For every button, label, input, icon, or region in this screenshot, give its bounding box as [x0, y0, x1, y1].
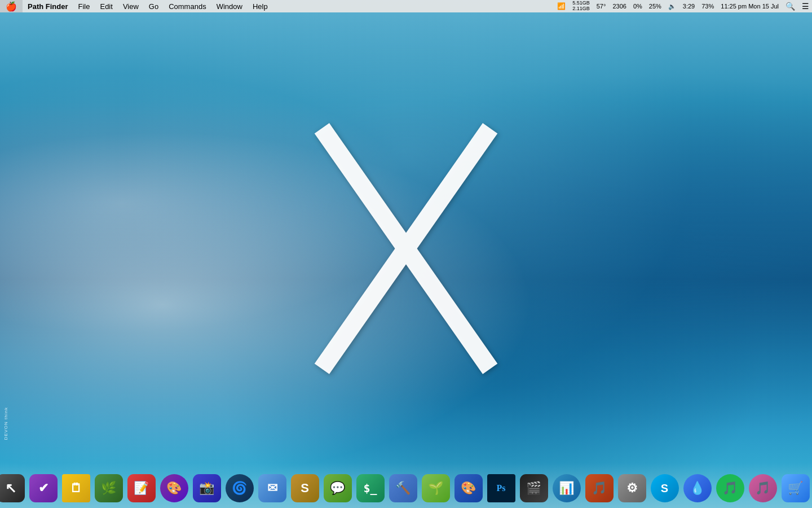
dock: 🔄 ↖ ✔ — [0, 463, 812, 508]
os-x-logo — [299, 113, 513, 384]
dock-item-codeshot[interactable]: 📸 — [192, 473, 222, 503]
menubar: 🍎 Path Finder File Edit View Go Commands… — [0, 0, 812, 12]
battery-time-status: 3:29 — [680, 0, 698, 12]
temp-status: 57° — [594, 0, 609, 12]
processes-status: 2306 — [610, 0, 629, 12]
window-menu[interactable]: Window — [211, 0, 248, 12]
cpu-usage-status: 0% — [630, 0, 645, 12]
view-menu[interactable]: View — [118, 0, 144, 12]
dock-item-notefile[interactable]: 📝 — [126, 473, 157, 503]
edit-menu[interactable]: Edit — [95, 0, 117, 12]
dock-item-diskutility[interactable]: ⚙ — [617, 473, 647, 503]
dock-item-coppice[interactable]: 🌿 — [94, 473, 124, 503]
dock-item-istat[interactable]: 📊 — [551, 473, 582, 503]
devon-think-label: DEVON think — [3, 407, 8, 440]
datetime-status: 11:25 pm Mon 15 Jul — [718, 0, 782, 12]
dock-item-pixelmator[interactable]: 🎨 — [453, 473, 484, 503]
dock-items-container: 🔄 ↖ ✔ — [0, 473, 812, 506]
battery-pct-status: 73% — [699, 0, 717, 12]
dock-item-airmail[interactable]: ✉ — [257, 473, 288, 503]
dock-item-photoshop[interactable]: Ps — [486, 473, 517, 503]
help-menu[interactable]: Help — [248, 0, 273, 12]
dock-item-growl[interactable]: 💬 — [323, 473, 353, 503]
dock-item-skype[interactable]: S — [650, 473, 680, 503]
commands-menu[interactable]: Commands — [164, 0, 211, 12]
dock-item-artdirector[interactable]: 🎨 — [159, 473, 189, 503]
apple-menu[interactable]: 🍎 — [0, 0, 23, 12]
dock-item-spotify[interactable]: 🎵 — [715, 473, 745, 503]
dock-item-drop[interactable]: 💧 — [682, 473, 713, 503]
dock-item-xcode[interactable]: 🔨 — [388, 473, 418, 503]
dock-item-scrivener[interactable]: S — [290, 473, 320, 503]
cpu-temp-status: 5.51GB 2.11GB — [570, 0, 593, 12]
dock-item-stickies[interactable]: 🗒 — [61, 473, 91, 503]
dock-item-coversutra[interactable]: 🎵 — [584, 473, 615, 503]
memory-status: 25% — [646, 0, 664, 12]
dock-item-spiral[interactable]: 🌀 — [224, 473, 255, 503]
dock-item-omnifocus[interactable]: ✔ — [28, 473, 59, 503]
search-icon[interactable]: 🔍 — [783, 0, 798, 12]
dock-item-pointer[interactable]: ↖ — [0, 473, 26, 503]
go-menu[interactable]: Go — [144, 0, 164, 12]
wifi-icon[interactable]: 📶 — [554, 0, 568, 12]
app-name-menu[interactable]: Path Finder — [23, 0, 73, 12]
list-icon[interactable]: ☰ — [799, 0, 812, 12]
dock-item-iterm[interactable]: $_ — [355, 473, 386, 503]
volume-icon[interactable]: 🔈 — [665, 0, 679, 12]
file-menu[interactable]: File — [73, 0, 95, 12]
dock-item-coda[interactable]: 🌱 — [421, 473, 451, 503]
dock-item-movie[interactable]: 🎬 — [519, 473, 549, 503]
dock-item-itunes[interactable]: 🎵 — [748, 473, 778, 503]
dock-item-appstore[interactable]: 🛒 — [780, 473, 811, 503]
